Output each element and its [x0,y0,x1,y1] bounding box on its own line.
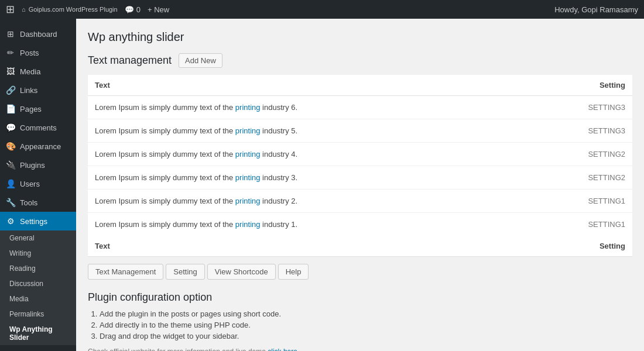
sidebar-subitem-discussion[interactable]: Discussion [0,276,76,291]
cell-text-0: Lorem Ipsum is simply dummy text of the … [88,96,562,119]
config-list-item: Add directly in to the theme using PHP c… [100,321,632,329]
sidebar-item-label: Pages [20,105,42,113]
sidebar-item-links[interactable]: 🔗 Links [0,81,76,99]
tools-icon: 🔧 [6,198,15,207]
wp-logo-icon: ⊞ [6,3,15,16]
sidebar-subitem-reading[interactable]: Reading [0,261,76,276]
text-management-table: Text Setting Lorem Ipsum is simply dummy… [88,75,632,257]
sidebar-item-appearance[interactable]: 🎨 Appearance [0,137,76,156]
cell-text-5: Lorem Ipsum is simply dummy text of the … [88,213,562,236]
tab-text-management[interactable]: Text Management [88,264,163,280]
sidebar-item-label: Dashboard [20,30,57,39]
config-footer-link[interactable]: click here [268,347,297,351]
appearance-icon: 🎨 [6,142,15,151]
page-title: Wp anything slider [88,30,632,44]
printing-link-1[interactable]: printing [235,126,261,135]
sidebar-item-pages[interactable]: 📄 Pages [0,99,76,118]
sidebar-item-label: Links [20,86,37,95]
config-list: Add the plugin in the posts or pages usi… [88,309,632,340]
cell-text-3: Lorem Ipsum is simply dummy text of the … [88,166,562,190]
sidebar-subitem-wp-anything-slider[interactable]: Wp Anything Slider [0,322,76,345]
config-list-item: Drag and drop the widget to your sidebar… [100,332,632,340]
table-row: Lorem Ipsum is simply dummy text of the … [88,213,632,236]
config-footer: Check official website for more informat… [88,347,632,351]
cell-setting-3: SETTING2 [562,166,632,190]
section-title: Text management [88,54,172,67]
dashboard-icon: ⊞ [6,29,15,39]
table-row: Lorem Ipsum is simply dummy text of the … [88,119,632,143]
media-icon: 🖼 [6,67,15,76]
sidebar-item-label: Comments [20,123,57,132]
col-setting-header: Setting [562,75,632,96]
sidebar-item-settings[interactable]: ⚙ Settings [0,212,76,230]
table-footer-row: Text Setting [88,236,632,257]
table-row: Lorem Ipsum is simply dummy text of the … [88,190,632,213]
tab-help[interactable]: Help [278,264,309,280]
sidebar-item-label: Media [20,67,40,76]
main-content: Wp anything slider Text management Add N… [76,19,644,351]
plugins-icon: 🔌 [6,160,15,170]
tab-buttons: Text Management Setting View Shortcode H… [88,264,632,280]
printing-link-5[interactable]: printing [235,220,261,229]
printing-link-4[interactable]: printing [235,197,261,205]
section-header: Text management Add New [88,53,632,68]
printing-link-0[interactable]: printing [235,103,261,112]
config-title: Plugin configuration option [88,291,632,304]
cell-setting-4: SETTING1 [562,190,632,213]
table-row: Lorem Ipsum is simply dummy text of the … [88,96,632,119]
sidebar: ⊞ Dashboard ✏ Posts 🖼 Media 🔗 Links 📄 Pa… [0,19,76,351]
cell-setting-2: SETTING2 [562,143,632,166]
sidebar-subitem-media[interactable]: Media [0,291,76,307]
sidebar-item-label: Users [20,180,40,188]
site-name[interactable]: ⌂ Goiplus.com WordPress Plugin [22,6,118,13]
sidebar-item-label: Plugins [20,161,45,170]
sidebar-subitem-writing[interactable]: Writing [0,246,76,261]
plugin-config-section: Plugin configuration option Add the plug… [88,291,632,351]
users-icon: 👤 [6,179,15,188]
col-text-footer: Text [88,236,562,257]
sidebar-item-label: Posts [20,49,39,57]
comments-icon: 💬 [6,123,15,132]
home-icon: ⌂ [22,6,26,13]
admin-bar: ⊞ ⌂ Goiplus.com WordPress Plugin 💬 0 + N… [0,0,644,19]
sidebar-item-label: Appearance [20,142,61,151]
sidebar-subitem-permalinks[interactable]: Permalinks [0,307,76,322]
config-footer-text: Check official website for more informat… [88,347,266,351]
collapse-menu-button[interactable]: ◀ Collapse menu [0,347,76,351]
comments-link[interactable]: 💬 0 [125,5,141,14]
cell-text-1: Lorem Ipsum is simply dummy text of the … [88,119,562,143]
table-row: Lorem Ipsum is simply dummy text of the … [88,143,632,166]
config-list-item: Add the plugin in the posts or pages usi… [100,309,632,318]
links-icon: 🔗 [6,85,15,95]
comment-icon: 💬 [125,5,134,14]
sidebar-item-posts[interactable]: ✏ Posts [0,43,76,62]
add-new-button[interactable]: Add New [179,53,222,68]
cell-text-4: Lorem Ipsum is simply dummy text of the … [88,190,562,213]
col-text-header: Text [88,75,562,96]
sidebar-item-plugins[interactable]: 🔌 Plugins [0,156,76,174]
sidebar-item-users[interactable]: 👤 Users [0,174,76,193]
user-greeting: Howdy, Gopi Ramasamy [554,5,638,14]
settings-icon: ⚙ [6,216,15,226]
cell-text-2: Lorem Ipsum is simply dummy text of the … [88,143,562,166]
sidebar-item-comments[interactable]: 💬 Comments [0,118,76,137]
sidebar-item-dashboard[interactable]: ⊞ Dashboard [0,25,76,43]
cell-setting-1: SETTING3 [562,119,632,143]
tab-view-shortcode[interactable]: View Shortcode [207,264,276,280]
sidebar-item-label: Settings [20,217,47,226]
sidebar-item-tools[interactable]: 🔧 Tools [0,193,76,212]
settings-submenu: General Writing Reading Discussion Media… [0,230,76,345]
col-setting-footer: Setting [562,236,632,257]
cell-setting-0: SETTING3 [562,96,632,119]
sidebar-item-label: Tools [20,198,37,207]
table-row: Lorem Ipsum is simply dummy text of the … [88,166,632,190]
pages-icon: 📄 [6,104,15,113]
tab-setting[interactable]: Setting [166,264,204,280]
new-content-link[interactable]: + New [148,5,169,14]
posts-icon: ✏ [6,48,15,57]
printing-link-2[interactable]: printing [235,150,261,159]
sidebar-subitem-general[interactable]: General [0,230,76,246]
table-header-row: Text Setting [88,75,632,96]
sidebar-item-media[interactable]: 🖼 Media [0,62,76,81]
printing-link-3[interactable]: printing [235,173,261,182]
